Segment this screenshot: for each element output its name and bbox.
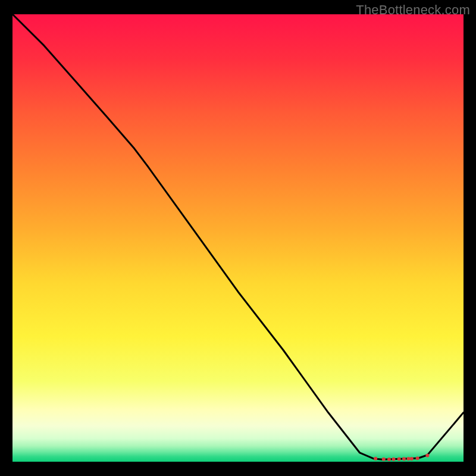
marker-dot — [425, 453, 429, 457]
marker-dot — [382, 458, 386, 461]
gradient-background — [12, 14, 464, 462]
chart-svg — [12, 14, 464, 462]
marker-dot — [410, 457, 414, 461]
marker-dot — [397, 457, 401, 461]
marker-dot — [392, 458, 396, 461]
marker-dot — [402, 457, 406, 461]
chart-plot-area — [12, 14, 464, 462]
marker-dot — [416, 456, 419, 460]
marker-dot — [387, 458, 391, 461]
marker-dot — [407, 457, 411, 461]
marker-dot — [374, 457, 377, 461]
watermark-text: TheBottleneck.com — [356, 2, 470, 18]
